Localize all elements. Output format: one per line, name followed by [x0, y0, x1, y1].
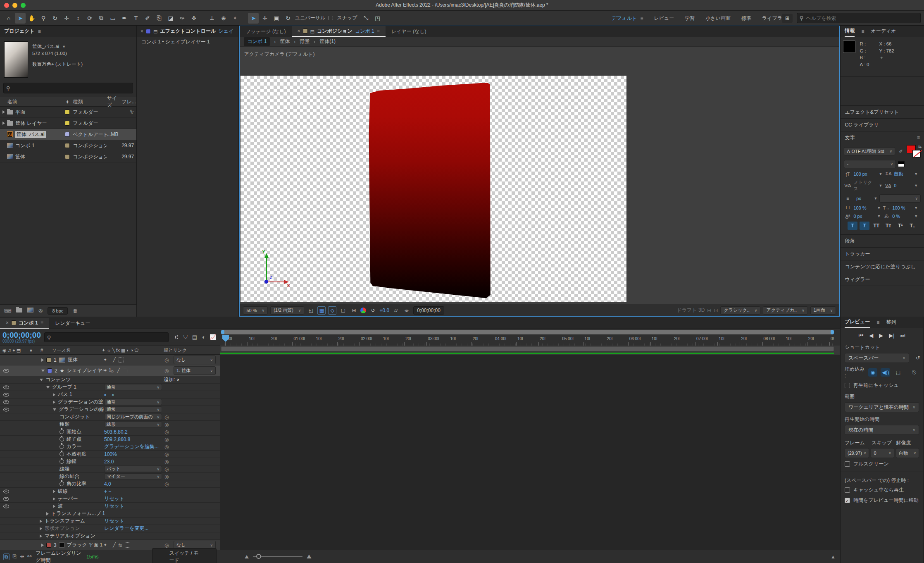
- column-fps[interactable]: フレ...: [121, 98, 136, 105]
- timeline-row-header[interactable]: 線幅23.0◎: [0, 458, 220, 465]
- property-name[interactable]: トランスフォーム: [45, 518, 85, 525]
- move-time-checkbox[interactable]: ✓: [845, 498, 850, 503]
- cache-before-checkbox[interactable]: [845, 383, 850, 388]
- panel-header-トラッカー[interactable]: トラッカー: [841, 248, 924, 260]
- property-name[interactable]: グループ 1: [52, 384, 76, 391]
- lock-icon[interactable]: ⬒: [310, 29, 314, 34]
- twirl-icon[interactable]: [2, 122, 7, 125]
- stopwatch-icon[interactable]: [60, 452, 64, 456]
- property-pickwhip-icon[interactable]: ◎: [164, 422, 169, 427]
- project-row[interactable]: コンポ 1コンポジション29.97: [0, 140, 136, 151]
- dolly-camera-tool-icon[interactable]: ↕: [73, 13, 83, 24]
- workspace-tab-学習[interactable]: 学習: [685, 15, 695, 22]
- timeline-row[interactable]: 形状オプションレンダラーを変更...: [0, 525, 840, 532]
- property-value[interactable]: 4.0: [104, 481, 111, 487]
- faux-style-toggle[interactable]: TT: [872, 222, 881, 230]
- resolution-select[interactable]: (1/2 画質)∨: [270, 306, 304, 315]
- label-chip[interactable]: [65, 110, 70, 115]
- tab-layer[interactable]: レイヤー (なし): [386, 26, 432, 37]
- property-select[interactable]: 通常∨: [104, 399, 162, 405]
- lock-icon[interactable]: ⬒: [153, 29, 157, 34]
- timeline-row-header[interactable]: トランスフォームリセット: [0, 518, 220, 525]
- tab-footage[interactable]: フッテージ (なし): [240, 26, 291, 37]
- rectangle-tool-icon[interactable]: ▭: [107, 13, 118, 24]
- workspace-tab-小さい画面[interactable]: 小さい画面: [705, 15, 731, 22]
- timeline-row[interactable]: パス 1⇤ ⇥: [0, 391, 840, 398]
- delete-icon[interactable]: 🗑: [73, 308, 78, 314]
- parent-select[interactable]: なし∨: [174, 355, 216, 364]
- faux-style-toggle[interactable]: T₁: [907, 222, 917, 230]
- timeline-row-header[interactable]: 角の比率4.0◎: [0, 480, 220, 488]
- zoom-slider-track[interactable]: [253, 556, 302, 557]
- close-icon[interactable]: ×: [298, 28, 300, 34]
- twirl-icon[interactable]: [46, 386, 50, 389]
- gizmo-universal-icon[interactable]: ➤: [248, 13, 259, 24]
- twirl-icon[interactable]: [40, 527, 42, 530]
- label-chip-cell[interactable]: [62, 143, 73, 148]
- reset-icon[interactable]: ↺: [916, 355, 920, 361]
- timeline-row-header[interactable]: 種類線形∨◎: [0, 421, 220, 428]
- timeline-row-header[interactable]: グラデーションの線 1通常∨: [0, 406, 220, 413]
- 3d-switch-icon[interactable]: [123, 368, 128, 373]
- panel-menu-icon[interactable]: ≡: [917, 135, 920, 141]
- previous-frame-button[interactable]: ◀: [869, 332, 873, 339]
- stopwatch-icon[interactable]: [60, 459, 64, 464]
- eye-icon[interactable]: [3, 504, 9, 508]
- puppet-pin-tool-icon[interactable]: ✜: [188, 13, 199, 24]
- column-label[interactable]: ⬧: [21, 348, 40, 353]
- property-name[interactable]: 形状オプション: [45, 525, 80, 532]
- property-name[interactable]: 終了点: [67, 436, 81, 443]
- switch-icon[interactable]: ✦: [103, 368, 107, 373]
- timeline-row[interactable]: 角の比率4.0◎: [0, 480, 840, 488]
- property-name[interactable]: コンポジット: [60, 413, 90, 420]
- property-value[interactable]: 503.6,80.2: [104, 429, 128, 435]
- twirl-icon[interactable]: [53, 401, 55, 404]
- property-pickwhip-icon[interactable]: ◎: [164, 466, 169, 472]
- twirl-icon[interactable]: [53, 505, 55, 508]
- tsume-select[interactable]: ∨: [879, 194, 921, 203]
- timeline-row[interactable]: 開始点503.6,80.2◎: [0, 428, 840, 436]
- timeline-row[interactable]: グループ 1通常∨: [0, 384, 840, 391]
- toggle-inout-icon[interactable]: ⇹: [20, 553, 24, 560]
- timeline-row[interactable]: コンポジット同じグループの前面の∨◎: [0, 413, 840, 421]
- property-pickwhip-icon[interactable]: ◎: [164, 437, 169, 442]
- switch-icon[interactable]: ✦: [103, 542, 107, 548]
- time-navigator[interactable]: [221, 330, 834, 334]
- tab-render-queue[interactable]: レンダーキュー: [49, 318, 96, 329]
- hand-tool-icon[interactable]: ✋: [26, 13, 37, 24]
- project-item-name[interactable]: 平面: [7, 109, 62, 116]
- property-name[interactable]: 線幅: [67, 458, 76, 465]
- project-row[interactable]: 筐体コンポジション29.97: [0, 151, 136, 162]
- interpret-footage-icon[interactable]: ⌨: [4, 308, 11, 314]
- column-number[interactable]: #: [40, 348, 52, 353]
- eye-icon[interactable]: [3, 385, 9, 389]
- transparency-grid-icon[interactable]: ▦: [317, 306, 326, 315]
- navigator-end-handle[interactable]: [831, 330, 834, 334]
- bit-depth-button[interactable]: 8 bpc: [48, 307, 68, 315]
- project-row[interactable]: 平面フォルダー⏧: [0, 107, 136, 118]
- vertical-scale-value[interactable]: 100 %: [853, 205, 873, 210]
- toggle-transfer-icon[interactable]: ⎘: [13, 553, 17, 560]
- gizmo-rotation-icon[interactable]: ↻: [283, 13, 293, 24]
- property-name[interactable]: グラデーションの線 1: [59, 406, 108, 413]
- close-icon[interactable]: ×: [6, 320, 9, 326]
- include-video-icon[interactable]: ◉: [868, 368, 878, 377]
- panel-header-段落[interactable]: 段落: [841, 235, 924, 248]
- gizmo-scale-icon[interactable]: ▣: [271, 13, 282, 24]
- timeline-row-header[interactable]: 2★シェイプレイヤー 1✦☼╱◎1. 筐体∨: [0, 365, 220, 376]
- property-name[interactable]: トランスフォーム...プ 1: [51, 510, 105, 517]
- property-name[interactable]: パス 1: [58, 391, 72, 398]
- twirl-icon[interactable]: [53, 497, 55, 501]
- shortcut-select[interactable]: スペースバー∨: [845, 353, 909, 363]
- timeline-row-header[interactable]: 破線+ −: [0, 488, 220, 495]
- switch-icon[interactable]: ✦: [103, 357, 107, 363]
- eraser-tool-icon[interactable]: ◪: [165, 13, 176, 24]
- zoom-in-icon[interactable]: ⛰: [307, 553, 312, 560]
- parent-select[interactable]: 1. 筐体∨: [174, 366, 216, 375]
- twirl-icon[interactable]: [46, 512, 49, 515]
- type-tool-icon[interactable]: T: [131, 13, 141, 24]
- property-value[interactable]: リセット: [104, 495, 124, 502]
- first-frame-button[interactable]: ⏮: [859, 332, 864, 339]
- preview-time[interactable]: 0;00;00;00: [413, 306, 444, 315]
- timeline-row[interactable]: 不透明度100%◎: [0, 451, 840, 458]
